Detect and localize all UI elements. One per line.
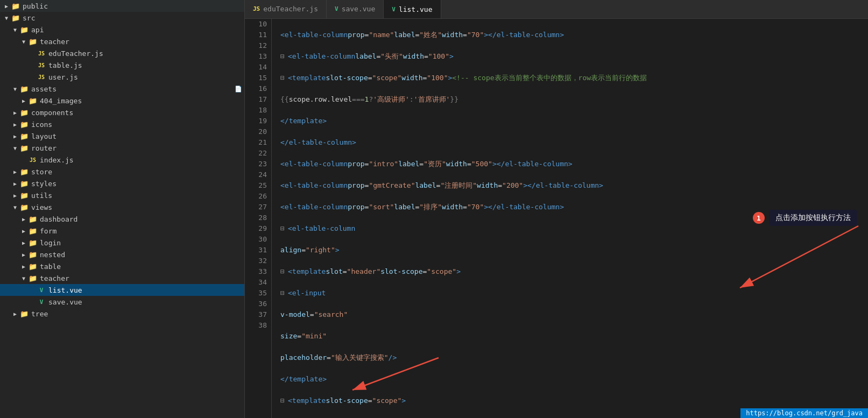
code-line-17: <el-table-column prop="gmtCreate" label=… bbox=[280, 180, 868, 191]
arrow-icon: ▼ bbox=[11, 145, 19, 151]
status-url: https://blog.csdn.net/grd_java bbox=[746, 409, 863, 417]
folder-icon: 📁 bbox=[11, 14, 20, 22]
arrow-icon: ▶ bbox=[11, 193, 19, 199]
js-file-icon: JS bbox=[37, 62, 46, 68]
code-line-14: </template> bbox=[280, 116, 868, 126]
folder-icon: 📁 bbox=[28, 227, 38, 235]
status-bar: https://blog.csdn.net/grd_java bbox=[740, 408, 868, 418]
sidebar-item-table[interactable]: ▶ 📁 table bbox=[0, 260, 244, 272]
arrow-icon: ▼ bbox=[11, 204, 19, 210]
arrow-icon: ▶ bbox=[19, 252, 28, 258]
folder-icon: 📁 bbox=[28, 38, 38, 46]
sidebar-item-components[interactable]: ▶ 📁 components bbox=[0, 107, 244, 118]
sidebar-item-layout[interactable]: ▶ 📁 layout bbox=[0, 130, 244, 142]
sidebar-item-user-js[interactable]: ▶ JS user.js bbox=[0, 71, 244, 83]
arrow-icon: ▶ bbox=[11, 122, 19, 127]
sidebar-item-label: dashboard bbox=[40, 215, 77, 223]
code-line-16: <el-table-column prop="intro" label="资历"… bbox=[280, 159, 868, 169]
code-line-27: ⊟ <template slot-scope="scope"> bbox=[280, 395, 868, 406]
code-line-15: </el-table-column> bbox=[280, 137, 868, 148]
sidebar-item-assets[interactable]: ▼ 📁 assets 📄 bbox=[0, 83, 244, 95]
sidebar-item-styles[interactable]: ▶ 📁 styles bbox=[0, 178, 244, 189]
sidebar-item-label: teacher bbox=[40, 274, 69, 282]
sidebar-item-label: assets bbox=[31, 85, 57, 93]
folder-icon: 📁 bbox=[28, 97, 38, 105]
editor-area: JS eduTeacher.js V save.vue V list.vue 1… bbox=[245, 0, 868, 418]
sidebar-item-nested[interactable]: ▶ 📁 nested bbox=[0, 249, 244, 260]
annotation-text: 点击添加按钮执行方法 bbox=[769, 210, 857, 226]
arrow-icon: ▶ bbox=[11, 181, 19, 187]
arrow-icon: ▶ bbox=[11, 169, 19, 175]
folder-icon: 📁 bbox=[11, 2, 20, 10]
arrow-icon: ▶ bbox=[11, 133, 19, 139]
tab-save[interactable]: V save.vue bbox=[327, 0, 384, 18]
folder-icon: 📁 bbox=[28, 251, 38, 259]
js-tab-icon: JS bbox=[253, 5, 260, 12]
tab-list[interactable]: V list.vue bbox=[384, 0, 441, 18]
sidebar-item-form[interactable]: ▶ 📁 form bbox=[0, 225, 244, 237]
sidebar-item-label: login bbox=[40, 239, 61, 247]
code-line-26: </template> bbox=[280, 374, 868, 385]
tab-label: eduTeacher.js bbox=[263, 5, 318, 13]
sidebar-item-label: nested bbox=[40, 251, 65, 259]
sidebar-item-label: views bbox=[31, 203, 52, 211]
folder-icon: 📁 bbox=[19, 192, 29, 200]
sidebar-item-tree[interactable]: ▶ 📁 tree bbox=[0, 308, 244, 320]
folder-icon: 📁 bbox=[28, 263, 38, 271]
folder-icon: 📁 bbox=[28, 215, 38, 223]
sidebar-item-teacher-views[interactable]: ▼ 📁 teacher bbox=[0, 272, 244, 284]
js-file-icon: JS bbox=[37, 74, 46, 80]
arrow-icon: ▶ bbox=[2, 3, 11, 9]
sidebar-item-store[interactable]: ▶ 📁 store bbox=[0, 166, 244, 178]
sidebar-item-icons[interactable]: ▶ 📁 icons bbox=[0, 118, 244, 130]
folder-icon: 📁 bbox=[19, 203, 29, 211]
sidebar-item-views[interactable]: ▼ 📁 views bbox=[0, 201, 244, 213]
sidebar-item-save-vue[interactable]: ▶ V save.vue bbox=[0, 296, 244, 308]
file-explorer: ▶ 📁 public ▼ 📁 src ▼ 📁 api ▼ 📁 teacher ▶… bbox=[0, 0, 245, 418]
sidebar-item-label: eduTeacher.js bbox=[48, 49, 103, 58]
line-numbers: 10 11 12 13 14 15 16 17 18 19 20 21 22 2… bbox=[245, 19, 272, 418]
code-line-10: <el-table-column prop="name" label="姓名" … bbox=[280, 30, 868, 40]
sidebar-item-api[interactable]: ▼ 📁 api bbox=[0, 24, 244, 36]
code-line-22: ⊟ <el-input bbox=[280, 288, 868, 299]
sidebar-item-404-images[interactable]: ▶ 📁 404_images bbox=[0, 95, 244, 107]
sidebar-item-router-index[interactable]: ▶ JS index.js bbox=[0, 154, 244, 166]
sidebar-item-src[interactable]: ▼ 📁 src bbox=[0, 12, 244, 24]
arrow-icon: ▼ bbox=[11, 27, 19, 33]
sidebar-item-login[interactable]: ▶ 📁 login bbox=[0, 237, 244, 249]
vue-file-icon: V bbox=[37, 299, 46, 306]
sidebar-item-utils[interactable]: ▶ 📁 utils bbox=[0, 189, 244, 201]
sidebar-item-label: layout bbox=[31, 132, 57, 140]
sidebar-item-label: table.js bbox=[48, 61, 82, 69]
sidebar-item-public[interactable]: ▶ 📁 public bbox=[0, 0, 244, 12]
code-editor[interactable]: 1 点击添加按钮执行方法 10 11 12 bbox=[245, 19, 868, 418]
folder-icon: 📁 bbox=[19, 85, 29, 93]
sidebar-item-label: public bbox=[23, 2, 48, 10]
arrow-icon: ▶ bbox=[19, 240, 28, 246]
sidebar-item-eduteacher-js[interactable]: ▶ JS eduTeacher.js bbox=[0, 47, 244, 59]
arrow-icon: ▼ bbox=[19, 275, 28, 281]
arrow-icon: ▶ bbox=[19, 228, 28, 234]
sidebar-item-label: components bbox=[31, 109, 73, 117]
sidebar-item-teacher-api[interactable]: ▼ 📁 teacher bbox=[0, 36, 244, 47]
sidebar-item-label: styles bbox=[31, 180, 57, 188]
sidebar-item-label: src bbox=[23, 14, 35, 22]
code-line-13: {{ scope.row.level === 1 ?'高级讲师':'首席讲师'}… bbox=[280, 94, 868, 105]
sidebar-item-label: teacher bbox=[40, 38, 69, 46]
sidebar-item-dashboard[interactable]: ▶ 📁 dashboard bbox=[0, 213, 244, 225]
code-line-21: ⊟ <template slot="header" slot-scope="sc… bbox=[280, 266, 868, 277]
sidebar-item-label: form bbox=[40, 227, 57, 235]
sidebar-item-label: utils bbox=[31, 192, 52, 200]
tab-bar: JS eduTeacher.js V save.vue V list.vue bbox=[245, 0, 868, 19]
sidebar-item-router[interactable]: ▼ 📁 router bbox=[0, 142, 244, 154]
folder-icon: 📁 bbox=[19, 310, 29, 318]
arrow-icon: ▶ bbox=[11, 311, 19, 317]
vue-file-icon: V bbox=[37, 287, 46, 294]
tab-eduteacher[interactable]: JS eduTeacher.js bbox=[245, 0, 327, 18]
sidebar-item-list-vue[interactable]: ▶ V list.vue bbox=[0, 284, 244, 296]
folder-icon: 📁 bbox=[19, 132, 29, 140]
js-file-icon: JS bbox=[37, 51, 46, 56]
vue-tab-icon: V bbox=[392, 6, 396, 13]
sidebar-item-table-js[interactable]: ▶ JS table.js bbox=[0, 59, 244, 71]
annotation-badge: 1 bbox=[753, 212, 765, 224]
